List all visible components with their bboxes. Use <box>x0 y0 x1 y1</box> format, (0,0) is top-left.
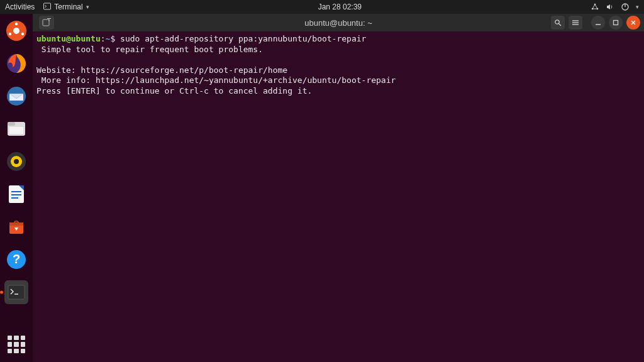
svg-point-10 <box>9 33 11 35</box>
network-icon[interactable] <box>591 3 599 11</box>
svg-point-8 <box>15 23 18 25</box>
nautilus-icon[interactable] <box>4 117 28 141</box>
svg-point-7 <box>13 28 19 34</box>
output-line: Simple tool to repair frequent boot prob… <box>36 45 263 54</box>
hamburger-menu-button[interactable] <box>569 16 582 30</box>
new-tab-button[interactable] <box>39 16 54 30</box>
prompt-user: ubuntu@ubuntu <box>36 34 101 43</box>
output-line: Website: https://sourceforge.net/p/boot-… <box>36 65 287 75</box>
svg-point-9 <box>21 33 24 35</box>
system-menu-chevron-icon[interactable]: ▾ <box>636 4 639 10</box>
output-line: More info: https://launchpad.net/~yannub… <box>36 75 396 85</box>
chevron-down-icon: ▾ <box>86 4 89 10</box>
window-titlebar[interactable]: ubuntu@ubuntu: ~ <box>33 14 644 31</box>
svg-rect-22 <box>11 197 18 199</box>
svg-text:?: ? <box>13 252 20 266</box>
svg-rect-38 <box>614 21 618 25</box>
output-line: Press [ENTER] to continue or Ctrl-c to c… <box>36 86 312 96</box>
terminal-icon[interactable] <box>4 280 28 304</box>
volume-icon[interactable] <box>606 3 614 11</box>
maximize-button[interactable] <box>609 16 623 30</box>
app-menu-label: Terminal <box>54 3 82 11</box>
terminal-menu-icon <box>43 3 51 12</box>
terminal-body[interactable]: ubuntu@ubuntu:~$ sudo apt-add-repository… <box>33 31 644 362</box>
help-icon[interactable]: ? <box>4 248 28 272</box>
top-bar: Activities Terminal ▾ Jan 28 02:39 ▾ <box>0 0 644 14</box>
prompt-dollar: $ <box>110 34 120 43</box>
software-center-icon[interactable] <box>4 215 28 239</box>
libreoffice-writer-icon[interactable] <box>4 182 28 206</box>
svg-line-33 <box>559 24 561 26</box>
svg-point-18 <box>14 159 19 164</box>
prompt-colon: : <box>101 34 106 43</box>
close-button[interactable] <box>626 16 640 30</box>
command-text: sudo apt-add-repository ppa:yannubuntu/b… <box>120 34 366 43</box>
svg-rect-15 <box>9 127 23 134</box>
app-menu[interactable]: Terminal ▾ <box>43 3 89 12</box>
svg-rect-27 <box>8 285 25 299</box>
dock: ? <box>0 14 33 362</box>
svg-rect-20 <box>11 191 21 192</box>
power-icon[interactable] <box>621 3 630 11</box>
show-apps-button[interactable] <box>0 336 33 353</box>
search-button[interactable] <box>551 16 565 30</box>
svg-point-32 <box>555 20 559 24</box>
files-icon[interactable] <box>4 19 28 43</box>
svg-rect-24 <box>9 222 23 226</box>
svg-rect-14 <box>8 122 15 126</box>
activities-button[interactable]: Activities <box>5 3 35 11</box>
clock[interactable]: Jan 28 02:39 <box>89 3 591 11</box>
svg-rect-0 <box>44 3 51 9</box>
terminal-window: ubuntu@ubuntu: ~ ubuntu@ubuntu:~$ sudo a… <box>33 14 644 362</box>
firefox-icon[interactable] <box>4 52 28 75</box>
svg-rect-29 <box>43 19 49 26</box>
minimize-button[interactable] <box>591 16 605 30</box>
rhythmbox-icon[interactable] <box>4 150 28 173</box>
thunderbird-icon[interactable] <box>4 84 28 108</box>
svg-rect-21 <box>11 194 21 195</box>
